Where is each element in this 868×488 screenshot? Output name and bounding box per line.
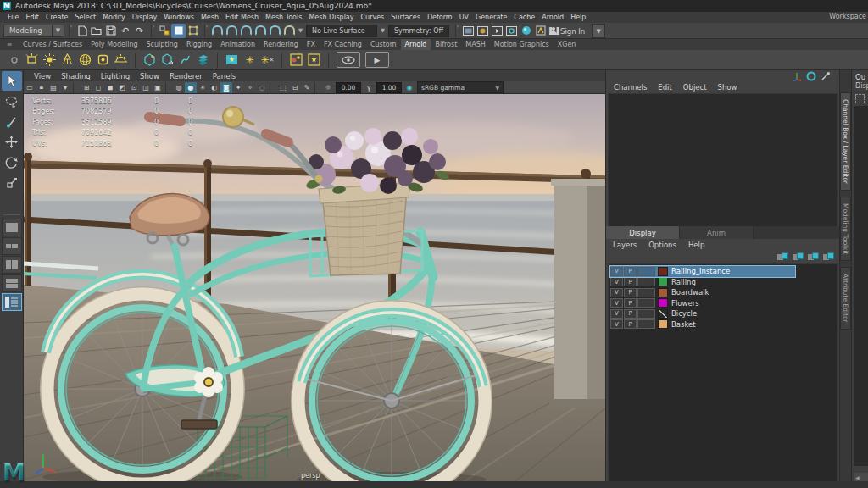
select-tool[interactable] <box>2 71 22 91</box>
layer-color-swatch[interactable] <box>658 288 668 297</box>
menu-help[interactable]: Help <box>688 241 716 249</box>
shelf-tab-fx-caching[interactable]: FX Caching <box>320 39 366 50</box>
panel-menu-lighting[interactable]: Lighting <box>96 72 135 80</box>
standin-icon[interactable] <box>141 51 159 69</box>
layer-name[interactable]: Railing_Instance <box>671 267 730 275</box>
gamma-field[interactable]: 1.00 <box>376 82 402 93</box>
menu-channels[interactable]: Channels <box>614 83 658 92</box>
menu-deform[interactable]: Deform <box>424 14 456 21</box>
textured-icon[interactable]: ◩ <box>116 82 128 93</box>
layer-visibility-toggle[interactable]: V <box>610 298 623 308</box>
snap-projected-center-icon[interactable] <box>253 24 268 38</box>
plane-toggle-icon[interactable]: ⊟ <box>289 82 301 93</box>
layer-visibility-toggle[interactable]: V <box>610 319 623 329</box>
scale-tool[interactable] <box>2 173 22 192</box>
menu-layers[interactable]: Layers <box>613 241 648 249</box>
menu-object[interactable]: Object <box>683 83 718 92</box>
layer-name[interactable]: Flowers <box>671 299 699 308</box>
layer-visibility-toggle[interactable]: V <box>610 288 623 297</box>
shelf-menu-icon[interactable]: ≡ <box>0 41 19 48</box>
render-view-window-icon[interactable] <box>223 51 241 69</box>
shelf-tab-rendering[interactable]: Rendering <box>259 39 303 50</box>
layout-two-pane-stacked-button[interactable] <box>2 274 22 292</box>
speed-state-icon[interactable] <box>806 71 816 81</box>
live-surface-field[interactable]: No Live Surface <box>306 25 377 37</box>
select-camera-icon[interactable]: ▭ <box>24 82 36 93</box>
layout-single-pane-button[interactable] <box>2 219 22 236</box>
layer-playback-toggle[interactable]: P <box>624 319 637 329</box>
layer-visibility-toggle[interactable]: V <box>610 267 623 276</box>
menu-show[interactable]: Show <box>717 83 748 92</box>
layer-color-swatch[interactable] <box>658 319 668 329</box>
grease-pencil-icon[interactable]: ✎ <box>301 82 313 93</box>
menu-help[interactable]: Help <box>567 14 589 21</box>
status-separator[interactable] <box>66 24 73 38</box>
render-settings-icon[interactable] <box>504 24 519 38</box>
exposure-field[interactable]: 0.00 <box>336 82 361 93</box>
viewport-panel[interactable]: View Shading Lighting Show Renderer Pane… <box>24 70 605 481</box>
resolution-gate-icon[interactable]: ⊡ <box>128 82 140 93</box>
panel-menu-view[interactable]: View <box>29 72 56 80</box>
wireframe-icon[interactable]: ◻ <box>92 82 104 93</box>
exposure-icon[interactable]: ☼ <box>322 82 334 93</box>
snap-view-plane-icon[interactable] <box>268 24 282 38</box>
move-layer-down-icon[interactable] <box>792 252 803 262</box>
menu-mesh[interactable]: Mesh <box>198 14 222 21</box>
shelf-tab-mash[interactable]: MASH <box>461 39 489 50</box>
menu-mesh-display[interactable]: Mesh Display <box>305 14 357 21</box>
film-gate-icon[interactable]: ▣ <box>152 82 164 93</box>
sign-in-button[interactable]: Sign In ▼ <box>549 25 605 37</box>
snap-grid-icon[interactable] <box>210 24 225 38</box>
chevron-down-icon[interactable]: ▼ <box>379 27 387 34</box>
hyperbolic-icon[interactable] <box>821 71 831 81</box>
layout-four-pane-button[interactable] <box>2 237 22 255</box>
skydome-light-icon[interactable] <box>76 51 94 69</box>
menu-uv[interactable]: UV <box>456 14 472 21</box>
layer-name[interactable]: Basket <box>671 320 696 329</box>
shelf-tab-motion-graphics[interactable]: Motion Graphics <box>490 39 554 50</box>
menu-surfaces[interactable]: Surfaces <box>387 14 424 21</box>
shelf-tab-custom[interactable]: Custom <box>366 39 401 50</box>
new-layer-from-selected-icon[interactable] <box>822 252 833 262</box>
outliner-menu-fragment[interactable]: Disp <box>855 82 868 90</box>
view-transform-dropdown[interactable]: sRGB gamma ▼ <box>417 81 504 93</box>
smooth-shade-icon[interactable]: ● <box>185 82 197 93</box>
channel-box-list[interactable] <box>608 93 838 228</box>
motion-blur-icon[interactable]: ✦ <box>232 82 244 93</box>
menu-file[interactable]: File <box>4 14 22 21</box>
layer-name[interactable]: Bicycle <box>671 309 697 318</box>
layer-playback-toggle[interactable]: P <box>624 277 637 286</box>
layer-playback-toggle[interactable]: P <box>624 309 637 319</box>
layout-outliner-persp-button[interactable] <box>2 293 22 311</box>
chevron-down-icon[interactable]: ▼ <box>592 24 605 38</box>
layer-display-type-box[interactable] <box>637 267 655 276</box>
chevron-down-icon[interactable]: ▼ <box>297 27 304 34</box>
shelf-tab-animation[interactable]: Animation <box>216 39 259 50</box>
light-manager-icon[interactable] <box>287 51 305 69</box>
image-plane-icon[interactable]: ⊞ <box>81 82 92 93</box>
play-render-button[interactable]: ▶ <box>365 52 389 68</box>
menu-display[interactable]: Display <box>129 14 161 21</box>
shelf-tab-bifrost[interactable]: Bifrost <box>431 39 461 50</box>
make-live-icon[interactable] <box>282 24 297 38</box>
layer-row-bicycle[interactable]: V P Bicycle <box>610 308 795 319</box>
lock-camera-icon[interactable]: 🔒︎ <box>36 82 47 93</box>
shelf-tab-poly-modeling[interactable]: Poly Modeling <box>86 39 142 50</box>
hypershade-icon[interactable] <box>519 24 533 38</box>
lasso-tool[interactable] <box>2 92 22 111</box>
menu-windows[interactable]: Windows <box>160 14 198 21</box>
camera-attributes-icon[interactable]: ▤ <box>47 82 59 93</box>
shaded-icon[interactable]: ◼ <box>104 82 116 93</box>
menu-cache[interactable]: Cache <box>510 14 538 21</box>
menu-edit[interactable]: Edit <box>22 14 42 21</box>
layer-playback-toggle[interactable]: P <box>624 298 637 308</box>
shelf-tab-fx[interactable]: FX <box>303 39 320 50</box>
panel-menu-shading[interactable]: Shading <box>56 72 96 80</box>
outliner-filter-icon[interactable] <box>855 94 865 103</box>
menu-arnold[interactable]: Arnold <box>538 14 567 21</box>
menu-edit-mesh[interactable]: Edit Mesh <box>222 14 262 21</box>
panel-menu-show[interactable]: Show <box>135 72 164 80</box>
layer-playback-toggle[interactable]: P <box>624 288 637 297</box>
shelf-tab-arnold[interactable]: Arnold <box>401 39 431 50</box>
use-all-lights-icon[interactable]: ☀ <box>197 82 209 93</box>
